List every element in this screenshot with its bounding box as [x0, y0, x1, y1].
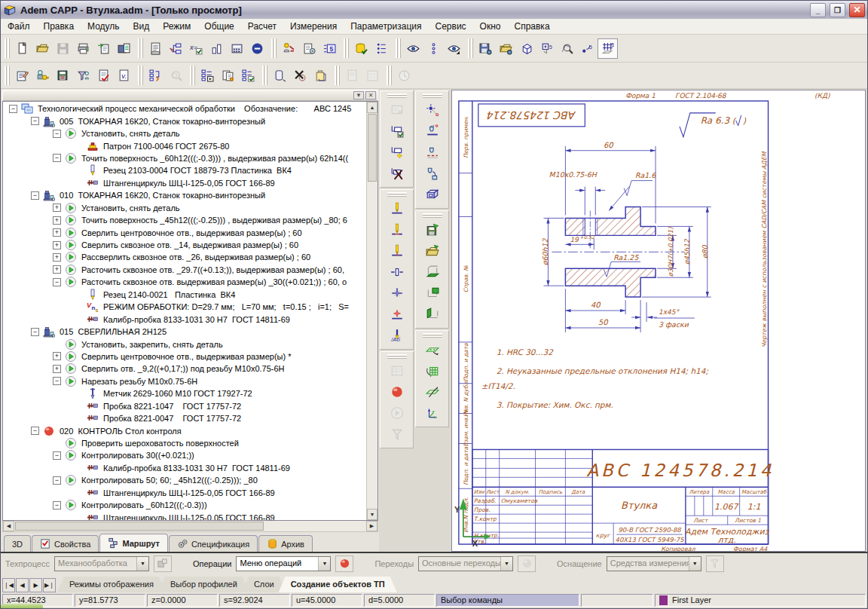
mode-tab[interactable]: Выбор профилей: [158, 577, 249, 592]
scroll-down-icon[interactable]: ▼: [367, 509, 377, 520]
tree-item[interactable]: −020 КОНТРОЛЬ Стол контроля: [3, 424, 366, 436]
tree-item[interactable]: Пробка 8221-1047 ГОСТ 17757-72: [3, 400, 366, 412]
tree-item[interactable]: Проверить шероховатость поверхностей: [3, 437, 366, 449]
dotcurve-button[interactable]: 5: [577, 38, 598, 59]
tcorner-button[interactable]: [386, 198, 408, 219]
expand-toggle[interactable]: −: [53, 476, 61, 485]
menu-общие[interactable]: Общие: [197, 20, 240, 33]
folder2-button[interactable]: [496, 38, 516, 59]
plane1-button[interactable]: [421, 262, 444, 283]
fast5-button[interactable]: 5: [319, 38, 340, 59]
tree-item[interactable]: Штангенциркуль ШЦ-I-125-0,05 ГОСТ 166-89: [3, 511, 366, 520]
clip-button[interactable]: [310, 66, 331, 86]
tree-item[interactable]: −Точить поверхность _60h12(((;-0.3))) , …: [3, 152, 366, 164]
zoomshape-button[interactable]: [557, 38, 577, 59]
handtree-button[interactable]: [166, 38, 186, 59]
expand-toggle[interactable]: −: [31, 191, 39, 200]
eye-button[interactable]: [403, 38, 423, 59]
doccheck-button[interactable]: [93, 66, 114, 86]
операции-combo[interactable]: Меню операций▼: [236, 556, 331, 571]
tree-item[interactable]: −Контролировать _60h12(((;-0.3))): [3, 499, 366, 511]
tree-item[interactable]: +Рассверлить сквозное отв. _26, выдержив…: [3, 251, 366, 263]
tree-vertical-scrollbar[interactable]: ▲ ▼: [366, 102, 377, 520]
calc-button[interactable]: [227, 38, 247, 59]
tree-item[interactable]: Метчик 2629-1060 М10 ГОСТ 17927-72: [3, 387, 366, 399]
expand-toggle[interactable]: −: [53, 501, 61, 510]
tree-close-button[interactable]: ✕: [365, 91, 376, 99]
menu-модуль[interactable]: Модуль: [81, 20, 127, 33]
dbcheck-button[interactable]: [351, 38, 371, 59]
toolbar-grip[interactable]: [138, 66, 143, 85]
expand-toggle[interactable]: −: [53, 278, 61, 286]
menu-файл[interactable]: Файл: [1, 20, 37, 33]
toolbar-grip[interactable]: [335, 66, 340, 85]
delx-button[interactable]: [290, 66, 310, 86]
gridplane-button[interactable]: 5: [598, 38, 618, 59]
tab-last-button[interactable]: ▶❘: [43, 578, 56, 592]
menu-режим[interactable]: Режим: [156, 20, 197, 33]
tree-item[interactable]: Пробка 8221-0047 ГОСТ 17757-72: [3, 412, 366, 424]
docv-button[interactable]: v.: [114, 66, 134, 86]
tslot-button[interactable]: [386, 262, 408, 283]
tgroove-button[interactable]: [386, 219, 408, 240]
target-button[interactable]: [421, 99, 444, 121]
expand-toggle[interactable]: +: [53, 352, 61, 360]
expand-toggle[interactable]: −: [53, 451, 61, 460]
pointplane-button[interactable]: 5: [536, 38, 557, 59]
tree-tab-спецификация[interactable]: Спецификация: [169, 535, 258, 552]
scroll-left-icon[interactable]: ◀: [3, 521, 14, 531]
chevron-down-icon[interactable]: ▼: [318, 557, 330, 571]
floppy3-button[interactable]: [53, 66, 73, 86]
rectcheck-button[interactable]: [386, 121, 408, 142]
close-button[interactable]: ✕: [849, 3, 865, 17]
expand-toggle[interactable]: −: [31, 328, 39, 336]
menu-измерения[interactable]: Измерения: [283, 20, 344, 33]
tree-tab-свойства[interactable]: Свойства: [32, 535, 99, 552]
coldots-button[interactable]: [423, 38, 444, 59]
menu-расчет[interactable]: Расчет: [241, 20, 283, 33]
spindle3-button[interactable]: [421, 163, 444, 184]
docgear-button[interactable]: [299, 38, 319, 59]
tree-item[interactable]: −Технологический процесс механической об…: [3, 103, 366, 115]
tree-item[interactable]: +Сверлить центровочное отв., выдерживая …: [3, 226, 366, 238]
box3d-button[interactable]: [421, 184, 444, 205]
tree-item[interactable]: Штангенциркуль ШЦ-I-125-0,05 ГОСТ 166-89: [3, 177, 366, 189]
tcenter-button[interactable]: [386, 283, 408, 304]
expand-toggle[interactable]: +: [53, 216, 61, 225]
expand-toggle[interactable]: +: [53, 228, 61, 237]
tree-item[interactable]: Установить, закрепить, снять деталь: [3, 338, 366, 350]
docsgear-button[interactable]: [218, 66, 238, 86]
treearrow-button[interactable]: [145, 66, 166, 86]
expand-toggle[interactable]: −: [9, 105, 17, 113]
xcheck-button[interactable]: x=: [186, 38, 206, 59]
tree-item[interactable]: −005 ТОКАРНАЯ 16К20, Станок токарно-винт…: [3, 115, 366, 127]
minimize-button[interactable]: _: [810, 3, 826, 17]
toolbar-grip[interactable]: [138, 38, 143, 58]
tree-item[interactable]: −Контролировать 30((+0.021;)): [3, 449, 366, 461]
listplay-button[interactable]: [197, 66, 218, 86]
tree-item[interactable]: +Сверлить сквозное отв. _14, выдерживая …: [3, 239, 366, 251]
worker-button[interactable]: [279, 38, 299, 59]
expand-toggle[interactable]: +: [53, 241, 61, 249]
tree-item[interactable]: +Установить, снять деталь: [3, 202, 366, 214]
tab-prev-button[interactable]: ◀: [16, 578, 29, 592]
tree-item[interactable]: −Расточить сквозное отв. выдерживая разм…: [3, 276, 366, 288]
tree-item[interactable]: Резец 2140-0021 Пластинка ВК4: [3, 289, 366, 301]
tree-tab-3d[interactable]: 3D: [4, 535, 31, 552]
note-button[interactable]: [145, 38, 166, 59]
gridrot-button[interactable]: [421, 360, 444, 381]
tpoint-button[interactable]: [386, 240, 408, 262]
tree-horizontal-scrollbar[interactable]: ◀ ▶: [2, 521, 378, 532]
expand-toggle[interactable]: −: [53, 154, 61, 162]
toolbar-grip[interactable]: [387, 66, 392, 85]
tree-item[interactable]: +Сверлить центровочное отв., выдерживая …: [3, 350, 366, 363]
menu-сервис[interactable]: Сервис: [429, 20, 473, 33]
tspark-button[interactable]: [386, 304, 408, 325]
tab-next-button[interactable]: ▶: [29, 578, 42, 592]
hscroll-thumb[interactable]: [15, 522, 264, 531]
restore-button[interactable]: ❐: [830, 3, 845, 17]
eyearrow-button[interactable]: [444, 38, 464, 59]
tree-tab-архив[interactable]: Архив: [258, 535, 313, 552]
mode-tab[interactable]: Режимы отображения: [57, 577, 166, 592]
tree-item[interactable]: VnsРЕЖИМ ОБРАБОТКИ: D=29.7 мм; L=70 мм; …: [3, 301, 366, 313]
